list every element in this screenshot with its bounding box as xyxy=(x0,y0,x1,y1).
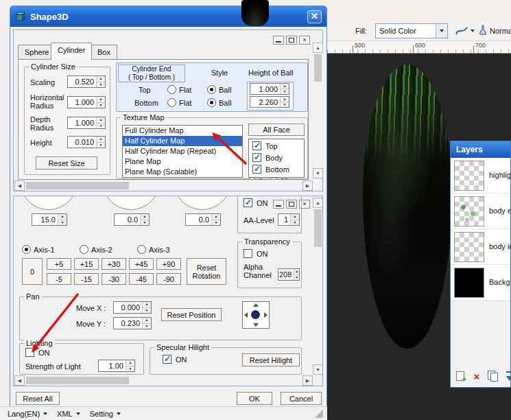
rotation-angle-3-spinner[interactable]: 0.0 ▲▼ xyxy=(185,213,221,226)
layer-row[interactable]: body ext xyxy=(451,194,510,229)
reset-rotation-button[interactable]: Reset Rotation xyxy=(187,258,226,285)
spin-down-icon[interactable]: ▼ xyxy=(97,82,105,88)
setting-menu[interactable]: Setting xyxy=(85,408,126,419)
rotate-plus30-button[interactable]: +30 xyxy=(102,258,126,270)
tab-box[interactable]: Box xyxy=(91,45,117,60)
horizontal-scrollbar[interactable]: ◀ ▶ xyxy=(14,375,313,386)
scroll-right-icon[interactable]: ▶ xyxy=(302,375,313,386)
face-body-checkbox[interactable] xyxy=(252,153,261,162)
depth-radius-spinner[interactable]: 1.000 ▲▼ xyxy=(67,117,106,129)
layer-row[interactable]: Background xyxy=(451,265,510,301)
maximize-icon[interactable] xyxy=(286,36,297,45)
resize-grip[interactable]: ◢ xyxy=(315,407,323,419)
spin-up-icon[interactable]: ▲ xyxy=(294,269,299,275)
pan-joystick[interactable] xyxy=(242,301,270,329)
scroll-right-icon[interactable]: ▶ xyxy=(302,180,313,191)
xml-menu[interactable]: XML xyxy=(52,408,85,419)
rotate-plus45-button[interactable]: +45 xyxy=(129,258,154,270)
scroll-left-icon[interactable]: ◀ xyxy=(14,375,25,386)
merge-layer-down-button[interactable] xyxy=(503,369,511,383)
fill-dropdown[interactable]: Solid Color xyxy=(375,23,448,38)
texture-map-listbox[interactable]: Full Cylinder Map Half Cylinder Map Half… xyxy=(122,125,243,178)
spin-down-icon[interactable]: ▼ xyxy=(126,366,134,372)
add-layer-button[interactable]: + xyxy=(453,369,467,383)
close-icon[interactable]: × xyxy=(299,36,310,45)
bottom-ball-height-spinner[interactable]: 2.260 ▲▼ xyxy=(250,96,289,108)
scroll-up-icon[interactable]: ▲ xyxy=(313,198,323,208)
aa-on-checkbox[interactable] xyxy=(243,198,252,207)
open-image-thumbnail[interactable] xyxy=(241,0,269,26)
ok-button[interactable]: OK xyxy=(237,392,272,405)
spin-up-icon[interactable]: ▲ xyxy=(97,97,105,102)
aa-level-spinner[interactable]: 1 ▲▼ xyxy=(278,213,300,226)
rotate-minus5-button[interactable]: -5 xyxy=(47,273,71,285)
move-y-spinner[interactable]: 0.230 ▲▼ xyxy=(113,317,152,329)
scrollbar-thumb[interactable] xyxy=(26,182,129,189)
rotate-minus15-button[interactable]: -15 xyxy=(74,273,99,285)
bottom-ball-radio[interactable] xyxy=(207,98,216,107)
move-x-spinner[interactable]: 0.000 ▲▼ xyxy=(113,301,152,314)
spin-down-icon[interactable]: ▼ xyxy=(97,102,105,108)
tab-cylinder[interactable]: Cylinder xyxy=(51,43,92,60)
rotate-plus90-button[interactable]: +90 xyxy=(156,258,181,270)
rotation-dial[interactable] xyxy=(19,196,80,212)
titlebar[interactable]: Shape3D ✕ xyxy=(10,6,326,27)
cancel-button[interactable]: Cancel xyxy=(281,392,322,405)
horizontal-scrollbar[interactable]: ◀ ▶ xyxy=(14,180,313,191)
spin-up-icon[interactable]: ▲ xyxy=(212,214,220,220)
specular-on-checkbox[interactable] xyxy=(163,355,171,364)
list-item[interactable]: Plane Map xyxy=(123,156,242,167)
blend-mode-flask-icon[interactable] xyxy=(478,25,488,36)
face-top-checkbox[interactable] xyxy=(252,141,261,150)
vertical-scrollbar[interactable]: ▲ ▼ xyxy=(313,43,323,178)
scroll-down-icon[interactable]: ▼ xyxy=(313,364,323,375)
spin-up-icon[interactable]: ▲ xyxy=(291,214,299,220)
spin-down-icon[interactable]: ▼ xyxy=(97,142,105,148)
spin-down-icon[interactable]: ▼ xyxy=(291,220,299,226)
alpha-channel-spinner[interactable]: 208 ▲▼ xyxy=(278,268,300,281)
spin-down-icon[interactable]: ▼ xyxy=(294,275,299,281)
spin-up-icon[interactable]: ▲ xyxy=(97,137,105,142)
scroll-left-icon[interactable]: ◀ xyxy=(14,180,25,191)
rotation-dial[interactable] xyxy=(102,196,162,212)
spin-up-icon[interactable]: ▲ xyxy=(143,302,151,307)
spin-down-icon[interactable]: ▼ xyxy=(281,102,289,107)
duplicate-layer-button[interactable] xyxy=(486,369,500,383)
top-ball-radio[interactable] xyxy=(207,85,216,94)
scroll-up-icon[interactable]: ▲ xyxy=(313,43,323,53)
list-item-selected[interactable]: Half Cylinder Map xyxy=(123,136,242,146)
top-ball-height-spinner[interactable]: 1.000 ▲▼ xyxy=(250,83,289,95)
reset-all-button[interactable]: Reset All xyxy=(16,392,60,405)
spin-down-icon[interactable]: ▼ xyxy=(281,89,289,94)
face-bottom-checkbox[interactable] xyxy=(252,165,261,174)
antialias-curve-icon[interactable] xyxy=(455,25,468,36)
strength-of-light-spinner[interactable]: 1.00 ▲▼ xyxy=(98,360,135,372)
list-item[interactable]: Full Cylinder Map xyxy=(123,126,242,136)
axis-2-radio[interactable] xyxy=(80,245,88,254)
all-face-button[interactable]: All Face xyxy=(248,124,305,136)
layer-row[interactable]: body int xyxy=(451,229,510,265)
spin-up-icon[interactable]: ▲ xyxy=(126,360,134,366)
chevron-down-icon[interactable] xyxy=(471,30,475,32)
spin-up-icon[interactable]: ▲ xyxy=(281,84,289,89)
rotation-angle-2-spinner[interactable]: 0.0 ▲▼ xyxy=(114,213,150,226)
spin-up-icon[interactable]: ▲ xyxy=(58,214,67,220)
transparency-on-checkbox[interactable] xyxy=(243,249,252,258)
rotate-minus30-button[interactable]: -30 xyxy=(102,273,126,285)
list-item[interactable]: Plane Map (Scalable) xyxy=(123,167,242,177)
layer-row[interactable]: highlight xyxy=(451,158,510,194)
rotate-0-button[interactable]: 0 xyxy=(22,258,43,285)
spin-up-icon[interactable]: ▲ xyxy=(141,214,149,220)
spin-down-icon[interactable]: ▼ xyxy=(97,123,105,129)
horizontal-radius-spinner[interactable]: 1.000 ▲▼ xyxy=(67,96,106,108)
rotate-plus15-button[interactable]: +15 xyxy=(74,258,99,270)
close-icon[interactable]: ✕ xyxy=(307,10,322,23)
reset-size-button[interactable]: Reset Size xyxy=(36,156,97,170)
vertical-scrollbar[interactable]: ▲ ▼ xyxy=(313,198,323,375)
blend-mode-label[interactable]: Normal xyxy=(490,27,511,35)
reset-hilight-button[interactable]: Reset Hilight xyxy=(242,353,300,366)
scrollbar-thumb[interactable] xyxy=(314,54,322,82)
spin-up-icon[interactable]: ▲ xyxy=(97,117,105,123)
rotation-angle-1-spinner[interactable]: 15.0 ▲▼ xyxy=(32,213,67,226)
spin-up-icon[interactable]: ▲ xyxy=(97,76,105,82)
